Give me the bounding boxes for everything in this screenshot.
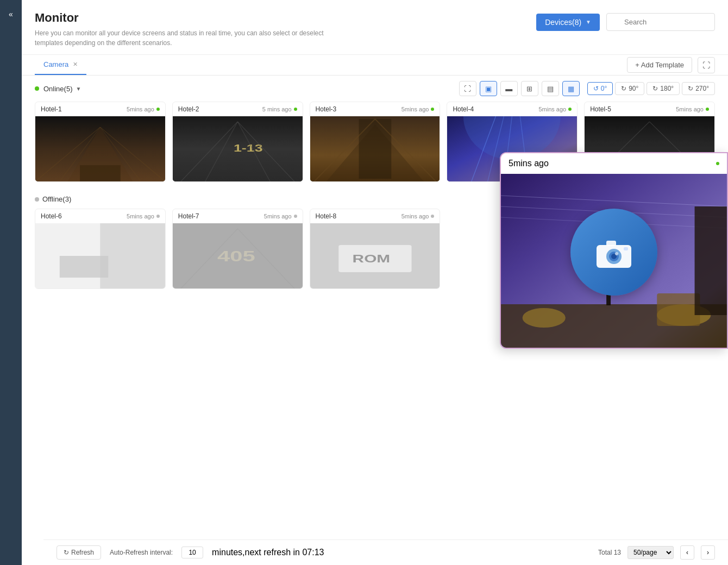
- svg-rect-47: [657, 293, 700, 326]
- camera-popup-image: [501, 174, 727, 348]
- svg-point-57: [615, 252, 618, 255]
- refresh-label: Refresh: [71, 549, 94, 556]
- toolbar-left: Online(5) ▼: [35, 85, 81, 93]
- device-hotel6-time: 5mins ago: [127, 213, 160, 219]
- rotation-270-btn[interactable]: ↻ 270°: [682, 82, 715, 95]
- device-card-hotel1-header: Hotel-1 5mins ago: [35, 102, 165, 116]
- rotation-0-label: 0°: [601, 85, 607, 92]
- device-card-hotel8[interactable]: Hotel-8 5mins ago ROM: [310, 209, 441, 289]
- device-hotel3-name: Hotel-3: [316, 105, 337, 113]
- device-hotel4-time: 5mins ago: [538, 106, 572, 112]
- tab-close-icon[interactable]: ✕: [73, 61, 78, 68]
- view-grid-btn[interactable]: ⊞: [521, 81, 538, 96]
- device-hotel3-status-dot: [431, 108, 434, 111]
- online-dropdown-arrow[interactable]: ▼: [76, 86, 81, 92]
- search-input[interactable]: [606, 13, 715, 31]
- add-template-button[interactable]: + Add Template: [627, 57, 692, 73]
- device-card-hotel4-header: Hotel-4 5mins ago: [447, 102, 577, 116]
- page-title: Monitor: [35, 11, 350, 25]
- device-hotel7-name: Hotel-7: [178, 212, 199, 220]
- footer-bar: ↻ Refresh Auto-Refresh interval: minutes…: [43, 539, 728, 565]
- page-description: Here you can monitor all your device scr…: [35, 28, 350, 48]
- tabs-right: + Add Template ⛶: [627, 57, 715, 73]
- svg-text:1-13: 1-13: [234, 142, 263, 153]
- devices-btn-arrow-icon: ▼: [586, 19, 591, 25]
- device-hotel2-name: Hotel-2: [178, 105, 199, 113]
- device-hotel1-time: 5mins ago: [127, 106, 160, 112]
- add-template-label: + Add Template: [635, 61, 684, 69]
- rotation-0-btn[interactable]: ↺ 0°: [587, 82, 613, 95]
- device-hotel8-status-dot: [431, 215, 434, 218]
- device-hotel8-img: ROM: [310, 223, 440, 288]
- device-hotel2-status-dot: [294, 108, 297, 111]
- prev-page-btn[interactable]: ‹: [680, 545, 694, 560]
- rotation-180-icon: ↻: [652, 85, 658, 92]
- svg-rect-32: [60, 256, 109, 278]
- svg-text:ROM: ROM: [352, 253, 390, 265]
- device-hotel2-time: 5 mins ago: [262, 106, 297, 112]
- device-hotel3-time: 5mins ago: [401, 106, 435, 112]
- sidebar-collapse-btn[interactable]: «: [4, 5, 17, 23]
- camera-popup-status-dot: [716, 162, 719, 165]
- svg-rect-56: [624, 247, 628, 250]
- device-hotel7-img: 405: [173, 223, 303, 288]
- device-hotel6-img: [35, 223, 165, 288]
- device-card-hotel2[interactable]: Hotel-2 5 mins ago: [172, 102, 303, 182]
- rotation-180-btn[interactable]: ↻ 180°: [647, 82, 680, 95]
- header-left: Monitor Here you can monitor all your de…: [35, 11, 350, 48]
- next-page-btn[interactable]: ›: [701, 545, 715, 560]
- svg-rect-48: [695, 206, 727, 315]
- device-hotel7-status-dot: [294, 215, 297, 218]
- device-card-hotel1[interactable]: Hotel-1 5mins ago: [35, 102, 166, 182]
- device-card-hotel2-header: Hotel-2 5 mins ago: [173, 102, 303, 116]
- refresh-button[interactable]: ↻ Refresh: [57, 545, 101, 560]
- auto-refresh-label: Auto-Refresh interval:: [110, 549, 173, 556]
- device-hotel6-status-dot: [156, 215, 160, 218]
- offline-status-dot: [35, 197, 39, 202]
- camera-popup-time: 5mins ago: [509, 159, 549, 168]
- view-single-btn[interactable]: ▣: [480, 81, 497, 96]
- device-hotel5-name: Hotel-5: [590, 105, 611, 113]
- devices-button[interactable]: Devices(8) ▼: [536, 14, 600, 31]
- svg-rect-55: [606, 241, 616, 246]
- tabs-left: Camera ✕: [35, 55, 86, 75]
- rotation-90-icon: ↻: [621, 85, 626, 92]
- device-card-hotel3-header: Hotel-3 5mins ago: [310, 102, 440, 116]
- interval-input[interactable]: [181, 547, 203, 558]
- view-layout2-btn[interactable]: ▦: [562, 81, 580, 96]
- device-hotel6-name: Hotel-6: [41, 212, 62, 220]
- device-hotel4-name: Hotel-4: [453, 105, 474, 113]
- svg-text:405: 405: [217, 248, 255, 265]
- device-hotel5-time: 5mins ago: [676, 106, 709, 112]
- rotation-90-btn[interactable]: ↻ 90°: [615, 82, 644, 95]
- device-card-hotel7[interactable]: Hotel-7 5mins ago 405: [172, 209, 303, 289]
- toolbar: Online(5) ▼ ⛶ ▣ ▬ ⊞ ▤ ▦ ↺ 0° ↻ 90°: [22, 76, 728, 102]
- device-card-hotel7-header: Hotel-7 5mins ago: [173, 209, 303, 223]
- online-status-dot: [35, 86, 39, 91]
- device-card-hotel5-header: Hotel-5 5mins ago: [585, 102, 714, 116]
- sidebar: «: [0, 0, 22, 565]
- view-wide-btn[interactable]: ▬: [500, 81, 518, 96]
- view-fit-btn[interactable]: ⛶: [459, 81, 476, 96]
- rotation-180-label: 180°: [660, 85, 674, 92]
- per-page-select[interactable]: 50/page 100/page: [627, 546, 674, 559]
- expand-button[interactable]: ⛶: [698, 57, 715, 73]
- offline-label: Offline(3): [42, 195, 71, 203]
- device-hotel8-name: Hotel-8: [316, 212, 337, 220]
- footer-right: Total 13 50/page 100/page ‹ ›: [598, 545, 715, 560]
- rotation-group: ↺ 0° ↻ 90° ↻ 180° ↻ 270°: [587, 82, 715, 95]
- tab-camera-label: Camera: [43, 60, 68, 68]
- rotation-270-label: 270°: [695, 85, 709, 92]
- tab-camera[interactable]: Camera ✕: [35, 55, 86, 75]
- rotation-270-icon: ↻: [688, 85, 693, 92]
- camera-popup: 5mins ago: [500, 152, 728, 349]
- svg-rect-6: [80, 165, 121, 181]
- device-card-hotel3[interactable]: Hotel-3 5mins ago: [310, 102, 441, 182]
- rotation-90-label: 90°: [629, 85, 638, 92]
- device-card-hotel6[interactable]: Hotel-6 5mins ago: [35, 209, 166, 289]
- view-layout1-btn[interactable]: ▤: [542, 81, 559, 96]
- camera-popup-header: 5mins ago: [501, 153, 727, 174]
- svg-rect-15: [359, 119, 391, 179]
- tabs-bar: Camera ✕ + Add Template ⛶: [22, 55, 728, 76]
- total-label: Total 13: [598, 549, 621, 556]
